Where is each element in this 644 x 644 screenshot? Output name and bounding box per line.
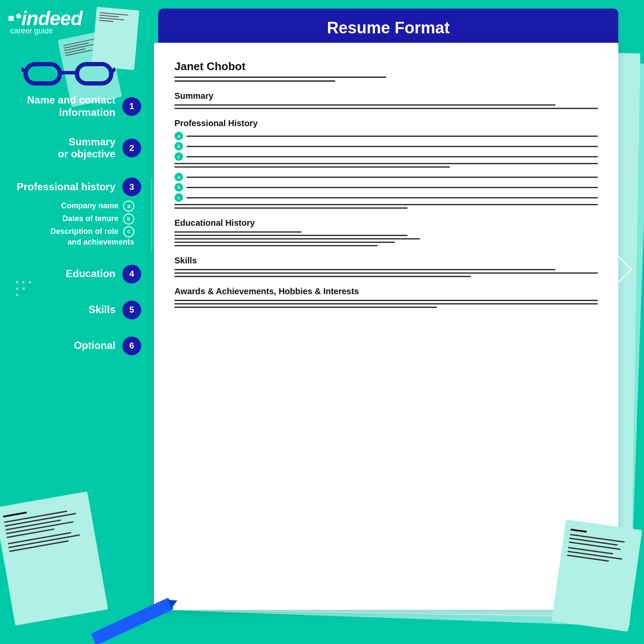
- sidebar: Name and contact information 1 Summaryor…: [9, 94, 141, 372]
- prof-line-b1: [186, 146, 598, 147]
- prof-line-a1: [186, 136, 598, 137]
- awards-line-2: [174, 303, 598, 304]
- svg-point-10: [16, 294, 18, 296]
- prof-bullet-c2: c: [174, 193, 598, 202]
- sidebar-item-1: Name and contact information 1: [9, 94, 141, 119]
- awards-line-1: [174, 300, 598, 301]
- logo-area: indeed career guide: [9, 9, 128, 35]
- edu-line-2: [174, 235, 408, 236]
- sidebar-number-2: 2: [122, 139, 141, 157]
- summary-line-1: [174, 104, 555, 106]
- divider-3: [151, 177, 152, 251]
- section-summary-title: Summary: [174, 91, 598, 101]
- sidebar-label-1: Name and contact information: [9, 94, 122, 119]
- prof-line-c2: [186, 197, 598, 198]
- svg-point-7: [29, 281, 31, 284]
- resume-container: Janet Chobot Summary Professional Histor…: [154, 43, 631, 610]
- subitem-dates: Dates of tenure b: [9, 213, 134, 225]
- badge-c: c: [123, 226, 134, 237]
- prof-bullet-b1: b: [174, 142, 598, 151]
- bullet-c: c: [174, 152, 183, 161]
- resume-page: Janet Chobot Summary Professional Histor…: [154, 43, 618, 610]
- job2-container: a b c: [174, 173, 598, 209]
- resume-name: Janet Chobot: [174, 60, 598, 73]
- section-edu-title: Educational History: [174, 218, 598, 228]
- prof-line-a2: [186, 177, 598, 178]
- badge-a: a: [123, 201, 134, 212]
- bullet-c2: c: [174, 193, 183, 202]
- name-line-1: [174, 77, 386, 78]
- decorative-paper-bottom-right: [552, 520, 642, 632]
- bullet-a2: a: [174, 173, 183, 181]
- sidebar-item-3: Professional history 3: [9, 177, 141, 196]
- edu-line-1: [174, 231, 301, 233]
- svg-point-8: [16, 287, 18, 290]
- bullet-b2: b: [174, 183, 183, 192]
- prof-bullet-a1: a: [174, 132, 598, 140]
- edu-line-4: [174, 242, 395, 243]
- name-line-2: [174, 80, 335, 82]
- bullet-a: a: [174, 132, 183, 140]
- sidebar-number-3: 3: [122, 177, 141, 196]
- section-skills-title: Skills: [174, 256, 598, 266]
- sidebar-item-2: Summaryor objective 2: [9, 136, 141, 161]
- header-title: Resume Format: [327, 19, 449, 37]
- prof-bullet-c1: c: [174, 152, 598, 161]
- sidebar-item-3-container: Professional history 3 Company name a Da…: [9, 177, 141, 247]
- svg-rect-1: [77, 64, 111, 83]
- sidebar-number-4: 4: [122, 265, 141, 284]
- svg-point-9: [22, 287, 25, 290]
- svg-point-5: [16, 281, 18, 284]
- sidebar-number-1: 1: [122, 97, 141, 116]
- glasses-icon: [21, 56, 115, 90]
- sidebar-subitems-3: Company name a Dates of tenure b Descrip…: [9, 201, 141, 247]
- sidebar-item-6: Optional 6: [9, 337, 141, 355]
- subitem-description: Description of role cand achievements: [9, 226, 134, 247]
- skills-line-2: [174, 272, 598, 274]
- prof-bullet-b2: b: [174, 183, 598, 192]
- section-prof-title: Professional History: [174, 118, 598, 128]
- skills-line-1: [174, 269, 555, 270]
- prof-line-b2: [186, 187, 598, 188]
- prof-extra-1: [174, 163, 598, 164]
- awards-line-3: [174, 307, 437, 308]
- header-bar: Resume Format: [158, 9, 618, 47]
- sidebar-label-2: Summaryor objective: [9, 136, 122, 161]
- sidebar-number-6: 6: [122, 337, 141, 355]
- sidebar-number-5: 5: [122, 301, 141, 319]
- edu-line-3: [174, 238, 420, 239]
- skills-line-3: [174, 276, 471, 277]
- sidebar-label-6: Optional: [9, 340, 122, 352]
- logo-name: indeed: [16, 9, 82, 28]
- svg-point-6: [22, 281, 25, 284]
- sidebar-label-3: Professional history: [9, 181, 122, 193]
- sidebar-label-5: Skills: [9, 304, 122, 316]
- prof-line-c1: [186, 156, 598, 157]
- badge-b: b: [123, 213, 134, 225]
- prof2-extra-2: [174, 207, 408, 209]
- subitem-company: Company name a: [9, 201, 134, 212]
- section-awards-title: Awards & Achievements, Hobbies & Interes…: [174, 287, 598, 296]
- prof-extra-2: [174, 166, 450, 168]
- svg-rect-0: [26, 64, 60, 83]
- prof-bullet-a2: a: [174, 173, 598, 181]
- prof2-extra-1: [174, 204, 598, 205]
- bullet-b: b: [174, 142, 183, 151]
- summary-line-2: [174, 108, 598, 109]
- decorative-dots: [13, 278, 38, 305]
- edu-line-5: [174, 245, 378, 246]
